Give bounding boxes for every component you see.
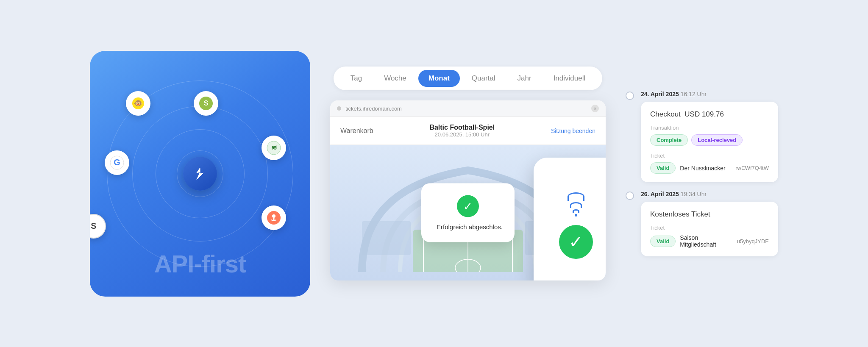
session-end-btn[interactable]: Sitzung beenden [551,128,595,134]
success-check-icon: ✓ [457,195,479,217]
tab-woche[interactable]: Woche [374,70,417,87]
transaction-card-1: Checkout USD 109.76 Transaktion Complete… [641,102,778,182]
tab-quartal[interactable]: Quartal [462,70,506,87]
api-card: 🐵 S G ≋ S [90,51,310,297]
ticket-date: 20.06.2025, 15:00 Uhr [429,131,495,138]
svg-text:G: G [114,158,120,167]
svg-text:S: S [204,100,209,107]
card-title-1: Checkout USD 109.76 [650,110,769,119]
transaction-card-2: Kostenloses Ticket Ticket Valid Saison M… [641,202,778,256]
wifi-icon [568,192,584,217]
browser-url: tickets.ihredomain.com [345,105,587,112]
ticket-header: Warenkorb Baltic Football-Spiel 20.06.20… [330,117,606,145]
ticket-title-area: Baltic Football-Spiel 20.06.2025, 15:00 … [429,124,495,138]
center-logo [183,157,217,191]
svg-text:🐵: 🐵 [134,99,142,107]
fintech-icon: ≋ [262,136,286,160]
timeline-date-1: 24. April 2025 16:12 Uhr [641,91,778,97]
badge-valid-2: Valid [650,236,676,247]
cart-label: Warenkorb [340,127,373,135]
timeline-date-2: 26. April 2025 19:34 Uhr [641,191,778,197]
ticket-label-1: Ticket [650,153,769,159]
timeline-item-2: 26. April 2025 19:34 Uhr Kostenloses Tic… [626,191,778,256]
tab-monat[interactable]: Monat [418,70,460,87]
stadium-area: ✓ Erfolgreich abgeschlos. ✓ [330,145,606,280]
browser-close-btn[interactable]: × [591,105,599,112]
browser-dot-1 [337,106,341,111]
ticket-row-1: Valid Der Nussknacker rwEWf7Q4tW [650,162,769,174]
badge-complete: Complete [650,134,688,146]
phone-mock: ✓ [534,158,606,280]
mailchimp-icon: 🐵 [126,91,150,116]
svg-text:S: S [91,221,96,230]
shopify-icon: S [194,91,218,116]
timeline-content-1: 24. April 2025 16:12 Uhr Checkout USD 10… [641,91,778,182]
right-section: 24. April 2025 16:12 Uhr Checkout USD 10… [626,91,778,256]
svg-rect-19 [362,221,411,255]
browser-bar: tickets.ihredomain.com × [330,100,606,117]
svg-text:≋: ≋ [271,144,277,151]
timeline-item-1: 24. April 2025 16:12 Uhr Checkout USD 10… [626,91,778,182]
ticket-code-2: u5ybyqJYDE [737,238,769,244]
badge-local-received: Local-recieved [691,134,743,146]
tab-individuell[interactable]: Individuell [543,70,596,87]
transaction-label-1: Transaktion [650,125,769,131]
timeline-dot-2 [626,192,634,200]
card-title-2: Kostenloses Ticket [650,210,769,219]
period-tab-bar: Tag Woche Monat Quartal Jahr Individuell [334,67,603,90]
success-text: Erfolgreich abgeschlos. [437,223,499,230]
tab-jahr[interactable]: Jahr [507,70,542,87]
stripe-icon: S [90,214,106,239]
ticket-name-2: Saison Mitgliedschaft [680,234,732,248]
browser-window: tickets.ihredomain.com × Warenkorb Balti… [330,100,606,280]
google-icon: G [105,150,129,175]
timeline-dot-1 [626,92,634,100]
ticket-name-1: Der Nussknacker [680,165,725,172]
ticket-row-2: Valid Saison Mitgliedschaft u5ybyqJYDE [650,234,769,248]
success-overlay: ✓ Erfolgreich abgeschlos. [421,183,515,242]
svg-point-11 [272,214,275,218]
hubspot-icon [262,205,286,230]
api-first-label: API-first [154,250,246,278]
phone-check-icon: ✓ [559,225,593,259]
ticket-code-1: rwEWf7Q4tW [735,165,769,171]
timeline-content-2: 26. April 2025 19:34 Uhr Kostenloses Tic… [641,191,778,256]
middle-section: Tag Woche Monat Quartal Jahr Individuell… [324,67,612,280]
tab-tag[interactable]: Tag [340,70,372,87]
ticket-label-2: Ticket [650,225,769,231]
ticket-title: Baltic Football-Spiel [429,124,495,131]
badge-row-1: Complete Local-recieved [650,134,769,146]
badge-valid-1: Valid [650,162,676,174]
